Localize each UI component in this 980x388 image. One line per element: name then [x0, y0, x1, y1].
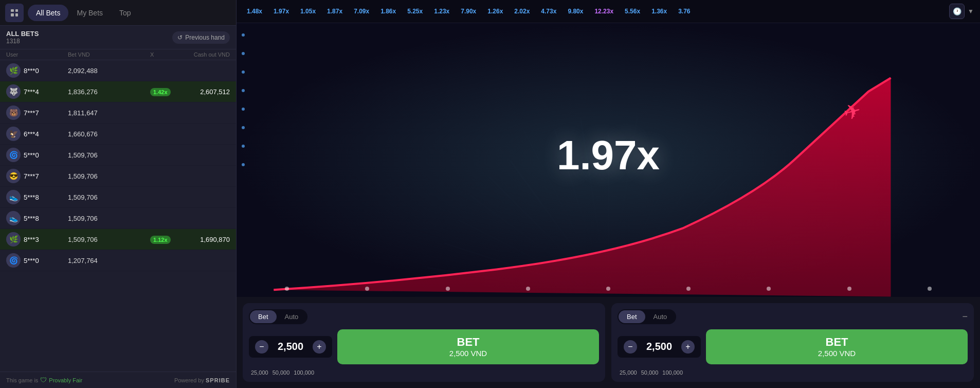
avatar: 🌀: [6, 148, 21, 162]
graph-dots: [237, 287, 980, 291]
quick-amount[interactable]: 50,000: [641, 369, 659, 376]
bets-list: 🌿 8***0 2,092,488 🐺 7***4 1,836,276 1.42…: [0, 60, 236, 372]
provably-fair-link[interactable]: Provably Fair: [49, 377, 82, 383]
multiplier-pill[interactable]: 7.09x: [350, 6, 373, 16]
multiplier-pill[interactable]: 1.48x: [243, 6, 266, 16]
increase-button[interactable]: +: [681, 340, 695, 354]
bet-tab-bet[interactable]: Bet: [250, 310, 277, 323]
bets-title: ALL BETS: [6, 30, 39, 38]
col-x: X: [150, 51, 191, 58]
graph-dot: [526, 287, 530, 291]
multiplier-cell: 1.42x: [150, 87, 191, 96]
minimize-button[interactable]: −: [962, 312, 968, 321]
multiplier-pill[interactable]: 9.80x: [564, 6, 587, 16]
quick-amount[interactable]: 50,000: [273, 369, 290, 376]
bet-amount-label: 2,500 VND: [716, 349, 957, 358]
multiplier-pill[interactable]: 5.25x: [403, 6, 427, 16]
table-row: 🌀 5***0 1,509,706: [0, 145, 236, 166]
bet-tab-bet[interactable]: Bet: [619, 310, 645, 323]
avatar: 🌿: [6, 63, 21, 78]
graph-dot: [446, 287, 450, 291]
brand-name: SPRIBE: [206, 377, 230, 383]
side-dot: [242, 126, 245, 129]
powered-by-text: Powered by: [174, 377, 204, 383]
bet-amount: 1,836,276: [68, 88, 150, 96]
bet-button[interactable]: BET 2,500 VND: [337, 329, 599, 364]
table-row: 🐺 7***4 1,836,276 1.42x 2,607,512: [0, 81, 236, 102]
multiplier-pill[interactable]: 2.02x: [510, 6, 534, 16]
decrease-button[interactable]: −: [255, 340, 268, 354]
multiplier-pill[interactable]: 4.73x: [537, 6, 560, 16]
bet-panel-2: BetAuto − − 2,500 + BET 2,500 VND 25,000…: [611, 303, 974, 382]
multiplier-pill[interactable]: 1.26x: [483, 6, 507, 16]
multiplier-pill[interactable]: 1.86x: [376, 6, 400, 16]
quick-amount[interactable]: 100,000: [294, 369, 314, 376]
filter-icon[interactable]: ▼: [968, 8, 974, 15]
table-row: 👟 5***8 1,509,706: [0, 208, 236, 229]
multiplier-pill[interactable]: 1.87x: [323, 6, 347, 16]
bets-count: 1318: [6, 38, 39, 45]
avatar: 🌀: [6, 253, 21, 268]
multiplier-display: 1.97x: [557, 132, 660, 179]
quick-amount[interactable]: 100,000: [662, 369, 683, 376]
quick-amount[interactable]: 25,000: [620, 369, 637, 376]
history-button[interactable]: 🕐: [949, 4, 965, 19]
bet-controls: − 2,500 + BET 2,500 VND: [249, 329, 599, 364]
bet-tab-auto[interactable]: Auto: [645, 310, 676, 323]
username: 7***7: [24, 109, 39, 117]
graph-dot: [686, 287, 691, 291]
multiplier-pill[interactable]: 7.90x: [457, 6, 480, 16]
tab-my-bets[interactable]: My Bets: [68, 5, 111, 21]
powered-by: Powered by SPRIBE: [174, 377, 230, 383]
multiplier-pill[interactable]: 1.97x: [269, 6, 293, 16]
multiplier-badge: 1.12x: [150, 236, 171, 244]
multiplier-pill[interactable]: 1.05x: [296, 6, 320, 16]
multiplier-pill[interactable]: 3.76: [674, 6, 694, 16]
bet-amount: 1,509,706: [68, 172, 150, 180]
decrease-button[interactable]: −: [624, 340, 637, 354]
multiplier-pill[interactable]: 5.56x: [621, 6, 644, 16]
multiplier-pill[interactable]: 12.23x: [590, 6, 618, 16]
user-cell: 👟 5***8: [6, 211, 68, 225]
side-dot: [242, 145, 245, 148]
graph-dot: [928, 287, 932, 291]
amount-control: − 2,500 +: [249, 336, 332, 358]
bet-button[interactable]: BET 2,500 VND: [706, 329, 968, 364]
main-area: 1.48x1.97x1.05x1.87x7.09x1.86x5.25x1.23x…: [237, 0, 980, 388]
graph-dot: [365, 287, 369, 291]
quick-amount[interactable]: 25,000: [251, 369, 268, 376]
multiplier-pill[interactable]: 1.23x: [430, 6, 453, 16]
bet-label: BET: [348, 336, 589, 349]
bet-amount: 2,092,488: [68, 67, 150, 75]
bet-amount-label: 2,500 VND: [348, 349, 589, 358]
table-row: 😎 7***7 1,509,706: [0, 166, 236, 187]
tab-top[interactable]: Top: [111, 5, 139, 21]
table-row: 🦅 6***4 1,660,676: [0, 124, 236, 145]
col-bet: Bet VND: [68, 51, 150, 58]
cashout-amount: 2,607,512: [191, 88, 230, 96]
side-dot: [242, 108, 245, 111]
bet-tab-auto[interactable]: Auto: [277, 310, 307, 323]
provably-fair: This game is 🛡 Provably Fair: [6, 376, 82, 384]
tab-all-bets[interactable]: All Bets: [28, 5, 68, 21]
amount-value: 2,500: [273, 341, 308, 352]
side-dot: [242, 163, 245, 166]
user-cell: 😎 7***7: [6, 169, 68, 183]
bet-amount: 1,509,706: [68, 236, 150, 243]
side-dots: [242, 33, 245, 166]
side-dot: [242, 89, 245, 92]
bet-panel-1: BetAuto − 2,500 + BET 2,500 VND 25,00050…: [243, 303, 605, 382]
avatar: 🌿: [6, 232, 21, 246]
grid-menu-button[interactable]: [5, 4, 24, 22]
multiplier-pill[interactable]: 1.36x: [647, 6, 671, 16]
user-cell: 🐻 7***7: [6, 105, 68, 120]
prev-hand-button[interactable]: ↺ Previous hand: [172, 31, 230, 44]
prev-hand-label: Previous hand: [185, 34, 225, 41]
user-cell: 🌀 5***0: [6, 253, 68, 268]
increase-button[interactable]: +: [313, 340, 326, 354]
bet-label: BET: [716, 336, 957, 349]
avatar: 🦅: [6, 127, 21, 141]
quick-amounts: 25,00050,000100,000: [618, 369, 968, 376]
graph-dot: [606, 287, 610, 291]
game-canvas: 1.97x ✈: [237, 23, 980, 297]
